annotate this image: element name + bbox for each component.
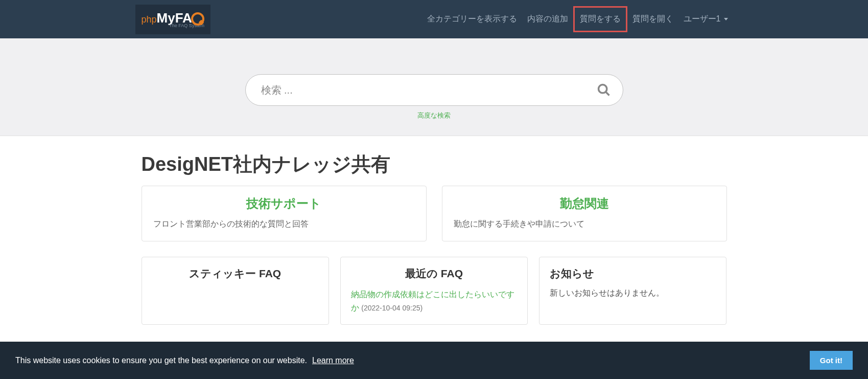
category-desc: フロント営業部からの技術的な質問と回答 — [153, 219, 415, 230]
category-desc: 勤怠に関する手続きや申請について — [454, 219, 715, 230]
nav-show-all-categories[interactable]: 全カテゴリーを表示する — [422, 10, 522, 29]
logo-text-wrap: phpMyFA The FAQ System — [142, 10, 204, 28]
search-icon[interactable] — [597, 83, 611, 97]
widgets-row: スティッキー FAQ 最近の FAQ 納品物の作成依頼はどこに出したらいいですか… — [142, 257, 727, 325]
navbar-inner: phpMyFA The FAQ System 全カテゴリーを表示する 内容の追加… — [135, 5, 733, 34]
advanced-search-link[interactable]: 高度な検索 — [417, 111, 451, 120]
page-title: DesigNET社内ナレッジ共有 — [142, 151, 727, 177]
category-row: 技術サポート フロント営業部からの技術的な質問と回答 勤怠関連 勤怠に関する手続… — [142, 186, 727, 241]
logo[interactable]: phpMyFA The FAQ System — [135, 5, 210, 34]
widget-recent-faq: 最近の FAQ 納品物の作成依頼はどこに出したらいいですか (2022-10-0… — [340, 257, 528, 325]
search-wrap: 高度な検索 — [245, 74, 623, 120]
category-title: 技術サポート — [153, 195, 415, 212]
category-title: 勤怠関連 — [454, 195, 715, 212]
widget-news: お知らせ 新しいお知らせはありません。 — [539, 257, 726, 325]
logo-prefix: php — [142, 14, 157, 25]
category-card-attendance[interactable]: 勤怠関連 勤怠に関する手続きや申請について — [442, 186, 727, 241]
nav-add-content[interactable]: 内容の追加 — [522, 10, 573, 29]
widget-title: お知らせ — [550, 266, 716, 281]
nav-open-question[interactable]: 質問を開く — [627, 10, 678, 29]
search-box — [245, 74, 623, 106]
navbar: phpMyFA The FAQ System 全カテゴリーを表示する 内容の追加… — [0, 0, 868, 38]
svg-line-1 — [605, 92, 609, 96]
search-input[interactable] — [245, 74, 623, 106]
hero-section: 高度な検索 — [0, 38, 868, 136]
svg-point-0 — [598, 85, 606, 93]
recent-faq-date: (2022-10-04 09:25) — [361, 304, 423, 312]
widget-title: 最近の FAQ — [351, 266, 517, 281]
logo-q-icon — [191, 12, 204, 26]
news-empty-text: 新しいお知らせはありません。 — [550, 288, 716, 299]
widget-sticky-faq: スティッキー FAQ — [142, 257, 329, 325]
nav-user-dropdown[interactable]: ユーザー1 — [678, 10, 733, 29]
recent-faq-item: 納品物の作成依頼はどこに出したらいいですか (2022-10-04 09:25) — [351, 288, 517, 314]
main-content: DesigNET社内ナレッジ共有 技術サポート フロント営業部からの技術的な質問… — [135, 136, 733, 335]
widget-title: スティッキー FAQ — [152, 266, 318, 281]
nav-links: 全カテゴリーを表示する 内容の追加 質問をする 質問を開く ユーザー1 — [422, 6, 733, 32]
nav-ask-question[interactable]: 質問をする — [573, 6, 627, 32]
category-card-tech-support[interactable]: 技術サポート フロント営業部からの技術的な質問と回答 — [142, 186, 427, 241]
